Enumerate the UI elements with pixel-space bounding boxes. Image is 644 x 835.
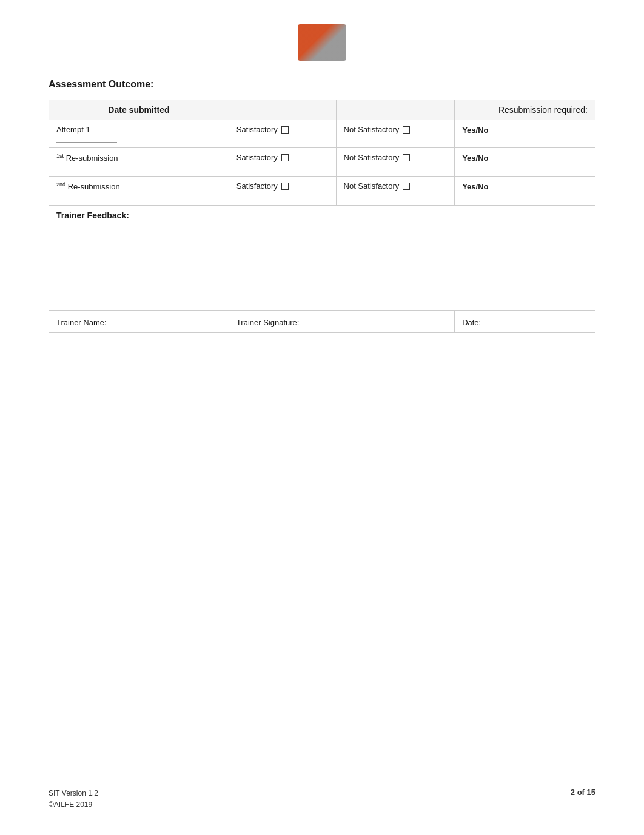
resub1-not-satisfactory-checkbox[interactable]: [403, 154, 410, 161]
resub2-sup: 2nd: [56, 181, 65, 188]
resub1-satisfactory-checkbox[interactable]: [281, 154, 289, 161]
trainer-name-cell: Trainer Name:: [49, 310, 229, 332]
attempt1-satisfactory-label: Satisfactory: [236, 125, 278, 134]
table-row-attempt1: Attempt 1 Satisfactory Not Satisfactory …: [49, 120, 595, 148]
attempt1-yesno-cell: Yes/No: [455, 120, 595, 148]
attempt1-not-satisfactory-checkbox[interactable]: [403, 126, 410, 134]
header-resubmission: Resubmission required:: [455, 100, 595, 120]
attempt1-satisfactory-cell: Satisfactory: [229, 120, 336, 148]
resub1-date-line: [56, 163, 117, 171]
resub2-label-cell: 2nd Re-submission: [49, 177, 229, 205]
trainer-signature-line[interactable]: [304, 316, 377, 325]
resub2-satisfactory-checkbox[interactable]: [281, 183, 289, 190]
trainer-signature-label: Trainer Signature:: [236, 318, 300, 327]
resub2-satisfactory-cell: Satisfactory: [229, 177, 336, 205]
attempt1-yesno: Yes/No: [462, 126, 488, 135]
attempt1-text: Attempt 1: [56, 125, 221, 134]
attempt1-label: Attempt 1: [49, 120, 229, 148]
table-header-row: Date submitted Resubmission required:: [49, 100, 595, 120]
resub1-sup: 1st: [56, 153, 64, 159]
resub2-satisfactory-item: Satisfactory: [236, 181, 329, 191]
header-satisfactory-empty: [229, 100, 336, 120]
trainer-feedback-content[interactable]: [56, 220, 588, 305]
resub1-yesno-cell: Yes/No: [455, 148, 595, 177]
resub1-yesno: Yes/No: [462, 154, 488, 163]
page-footer: SIT Version 1.2 ©AILFE 2019 2 of 15: [49, 788, 595, 811]
resub2-text: 2nd Re-submission: [56, 181, 221, 191]
outcome-table: Date submitted Resubmission required: At…: [49, 100, 595, 333]
resub1-label-cell: 1st Re-submission: [49, 148, 229, 177]
attempt1-not-satisfactory-label: Not Satisfactory: [344, 125, 400, 134]
trainer-date-cell: Date:: [455, 310, 595, 332]
resub2-yesno-cell: Yes/No: [455, 177, 595, 205]
resub1-text: 1st Re-submission: [56, 153, 221, 163]
trainer-date-line[interactable]: [486, 316, 558, 325]
page-current: 2: [571, 788, 575, 797]
table-row-resub1: 1st Re-submission Satisfactory Not Satis…: [49, 148, 595, 177]
resub1-not-satisfactory-label: Not Satisfactory: [344, 153, 400, 162]
resub2-date-line: [56, 192, 117, 200]
resub1-not-satisfactory-item: Not Satisfactory: [344, 153, 448, 162]
trainer-feedback-label: Trainer Feedback:: [56, 211, 588, 220]
footer-left: SIT Version 1.2 ©AILFE 2019: [49, 788, 98, 811]
resub2-satisfactory-label: Satisfactory: [236, 181, 278, 191]
resub2-not-satisfactory-label: Not Satisfactory: [344, 181, 400, 191]
attempt1-satisfactory-item: Satisfactory: [236, 125, 329, 134]
resub2-yesno: Yes/No: [462, 182, 488, 191]
attempt1-not-satisfactory-cell: Not Satisfactory: [336, 120, 455, 148]
footer-version: SIT Version 1.2: [49, 788, 98, 799]
resub1-not-satisfactory-cell: Not Satisfactory: [336, 148, 455, 177]
attempt1-date-line: [56, 134, 117, 143]
page-container: Assessment Outcome: Date submitted Resub…: [0, 0, 644, 835]
table-row-resub2: 2nd Re-submission Satisfactory Not Satis…: [49, 177, 595, 205]
logo: [298, 24, 346, 61]
header-not-satisfactory-empty: [336, 100, 455, 120]
resub1-satisfactory-cell: Satisfactory: [229, 148, 336, 177]
trainer-details-row: Trainer Name: Trainer Signature: Date:: [49, 310, 595, 332]
footer-copyright: ©AILFE 2019: [49, 799, 98, 811]
resub2-not-satisfactory-item: Not Satisfactory: [344, 181, 448, 191]
resub1-satisfactory-item: Satisfactory: [236, 153, 329, 162]
trainer-name-label: Trainer Name:: [56, 318, 107, 327]
trainer-feedback-textarea[interactable]: [56, 220, 588, 299]
assessment-title: Assessment Outcome:: [49, 79, 595, 90]
attempt1-not-satisfactory-item: Not Satisfactory: [344, 125, 448, 134]
page-total: 15: [587, 788, 595, 797]
header-date-submitted: Date submitted: [49, 100, 229, 120]
footer-right: 2 of 15: [571, 788, 595, 811]
trainer-date-label: Date:: [462, 318, 481, 327]
resub2-not-satisfactory-cell: Not Satisfactory: [336, 177, 455, 205]
resub1-satisfactory-label: Satisfactory: [236, 153, 278, 162]
trainer-name-line[interactable]: [111, 316, 184, 325]
logo-area: [49, 24, 595, 61]
trainer-signature-cell: Trainer Signature:: [229, 310, 454, 332]
page-separator: of: [577, 788, 587, 797]
trainer-feedback-cell: Trainer Feedback:: [49, 205, 595, 310]
resub2-not-satisfactory-checkbox[interactable]: [403, 183, 410, 190]
trainer-feedback-row: Trainer Feedback:: [49, 205, 595, 310]
attempt1-satisfactory-checkbox[interactable]: [281, 126, 289, 134]
